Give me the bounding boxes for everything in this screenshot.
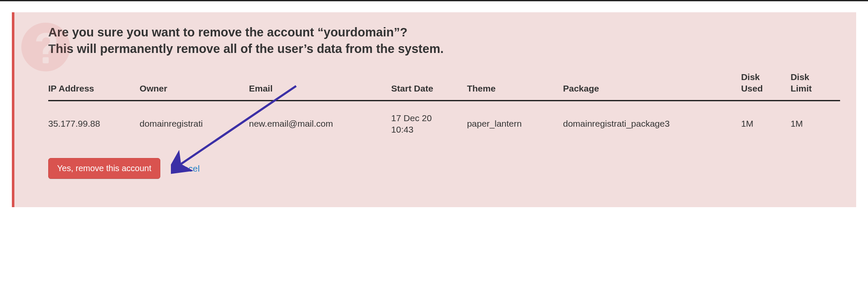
col-email: Email [249, 66, 391, 100]
cell-disk-limit: 1M [791, 100, 840, 146]
confirm-remove-button[interactable]: Yes, remove this account [48, 158, 160, 179]
cell-ip: 35.177.99.88 [48, 100, 140, 146]
cancel-link[interactable]: Cancel [172, 164, 200, 174]
cell-disk-used: 1M [741, 100, 791, 146]
account-details-table: IP Address Owner Email Start Date Theme … [48, 66, 840, 146]
cell-owner: domainregistrati [140, 100, 249, 146]
cell-package: domainregistrati_package3 [563, 100, 741, 146]
cell-email: new.email@mail.com [249, 100, 391, 146]
svg-rect-1 [43, 57, 49, 63]
confirm-delete-alert: Are you sure you want to remove the acco… [12, 12, 856, 207]
col-disk-limit: Disk Limit [791, 66, 840, 100]
col-package: Package [563, 66, 741, 100]
cell-start-date: 17 Dec 20 10:43 [391, 100, 467, 146]
table-header-row: IP Address Owner Email Start Date Theme … [48, 66, 840, 100]
col-ip: IP Address [48, 66, 140, 100]
actions-row: Yes, remove this account Cancel [48, 158, 840, 179]
col-disk-used: Disk Used [741, 66, 791, 100]
table-row: 35.177.99.88 domainregistrati new.email@… [48, 100, 840, 146]
col-owner: Owner [140, 66, 249, 100]
alert-heading-line2: This will permanently remove all of the … [48, 42, 444, 55]
col-start-date: Start Date [391, 66, 467, 100]
col-theme: Theme [467, 66, 563, 100]
page-divider [0, 0, 868, 1]
alert-heading: Are you sure you want to remove the acco… [48, 24, 840, 57]
alert-heading-line1: Are you sure you want to remove the acco… [48, 25, 407, 39]
cell-theme: paper_lantern [467, 100, 563, 146]
